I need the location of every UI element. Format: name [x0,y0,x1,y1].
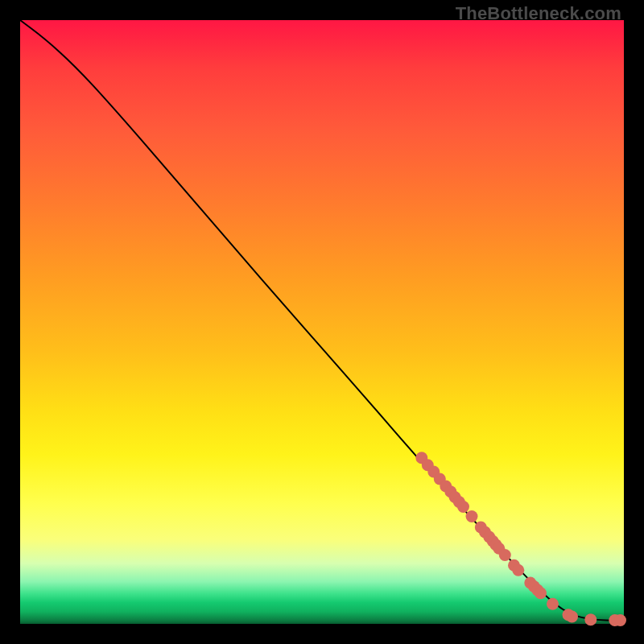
marker-group [415,452,626,626]
data-point [566,611,578,623]
data-point [614,614,626,626]
chart-svg [20,20,624,624]
data-point [512,564,524,576]
data-point [547,598,559,610]
main-curve [20,20,624,621]
data-point [499,549,511,561]
chart-frame: TheBottleneck.com [0,0,644,644]
data-point [584,613,597,625]
data-point [535,587,547,599]
data-point [457,501,469,513]
plot-area [20,20,624,624]
data-point [466,510,478,522]
